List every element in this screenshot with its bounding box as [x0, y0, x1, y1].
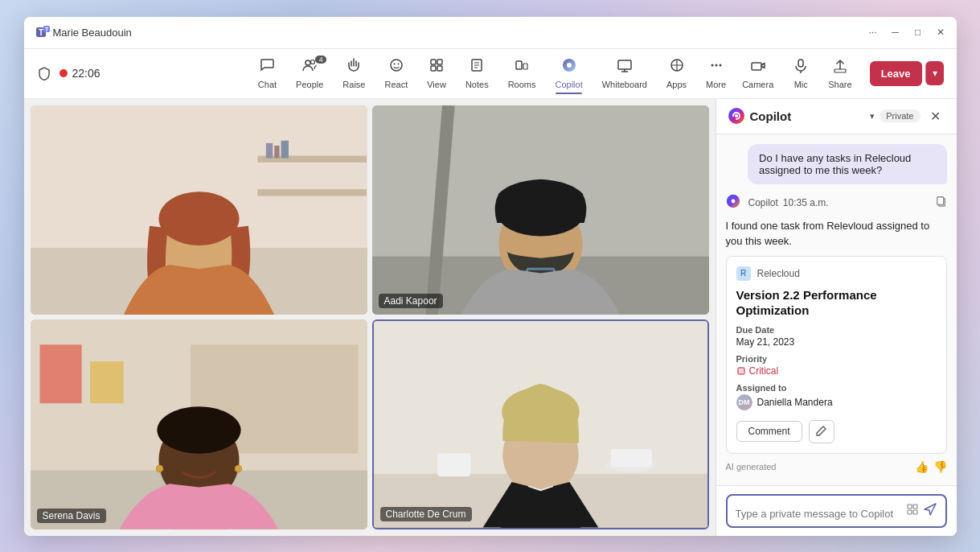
- toolbar-view[interactable]: View: [419, 54, 454, 93]
- svg-point-71: [502, 387, 579, 437]
- copy-icon[interactable]: [936, 196, 947, 209]
- participant-name-serena: Serena Davis: [37, 509, 106, 523]
- assigned-to-row: DM Daniella Mandera: [736, 394, 937, 410]
- svg-rect-66: [437, 453, 470, 476]
- copilot-panel: Copilot ▾ Private ✕ Do I have any tasks …: [716, 99, 957, 536]
- svg-point-60: [156, 465, 162, 472]
- copilot-response-logo: [726, 194, 744, 212]
- comment-button[interactable]: Comment: [736, 421, 802, 442]
- copilot-input-area: [726, 494, 947, 528]
- meeting-toolbar: 22:06 Chat 4 People Raise: [24, 49, 957, 99]
- more-label: More: [706, 80, 726, 89]
- svg-rect-20: [618, 60, 631, 69]
- toolbar-people[interactable]: 4 People: [288, 54, 331, 93]
- leave-button[interactable]: Leave: [870, 61, 922, 86]
- rooms-icon: [514, 57, 530, 77]
- whiteboard-icon: [617, 57, 633, 77]
- chat-icon: [259, 57, 275, 77]
- minimize-btn[interactable]: ─: [889, 26, 902, 39]
- relecloud-app-icon: R: [736, 266, 751, 281]
- priority-label: Priority: [736, 354, 937, 364]
- svg-point-28: [719, 64, 721, 67]
- more-options-btn[interactable]: ···: [867, 26, 880, 39]
- toolbar-chat[interactable]: Chat: [250, 54, 285, 93]
- toolbar-react[interactable]: React: [376, 54, 416, 93]
- camera-btn[interactable]: Camera: [734, 55, 781, 93]
- copilot-input-icons: [907, 502, 937, 520]
- whiteboard-label: Whiteboard: [602, 80, 647, 89]
- chat-label: Chat: [258, 80, 277, 89]
- toolbar-rooms[interactable]: Rooms: [500, 54, 544, 93]
- window-controls: ··· ─ □ ✕: [867, 26, 947, 39]
- copilot-close-btn[interactable]: ✕: [925, 107, 945, 126]
- svg-point-73: [735, 114, 738, 117]
- private-badge: Private: [880, 109, 920, 122]
- svg-rect-85: [913, 505, 917, 509]
- notes-label: Notes: [465, 80, 489, 89]
- svg-rect-9: [431, 60, 436, 64]
- svg-point-6: [391, 60, 402, 71]
- toolbar-whiteboard[interactable]: Whiteboard: [594, 54, 655, 93]
- recording-time: 22:06: [72, 67, 100, 80]
- share-icon: [832, 58, 848, 77]
- teams-logo: T T: [34, 23, 53, 42]
- thumbs-down-btn[interactable]: 👎: [933, 460, 947, 473]
- priority-value: Critical: [736, 365, 937, 377]
- svg-rect-12: [437, 66, 442, 71]
- svg-rect-86: [908, 510, 912, 514]
- svg-point-75: [731, 199, 735, 203]
- task-app-name: Relecloud: [757, 268, 800, 279]
- svg-rect-10: [437, 60, 442, 64]
- svg-rect-37: [265, 142, 272, 158]
- priority-text: Critical: [749, 365, 779, 377]
- shield-icon: [37, 66, 51, 80]
- thumbs-up-btn[interactable]: 👍: [915, 460, 929, 473]
- maximize-btn[interactable]: □: [912, 26, 925, 39]
- recording-dot: [59, 69, 68, 77]
- camera-icon: [750, 58, 766, 77]
- svg-point-59: [157, 406, 240, 453]
- toolbar-apps[interactable]: Apps: [658, 54, 695, 93]
- camera-label: Camera: [742, 80, 773, 89]
- rooms-label: Rooms: [508, 80, 536, 89]
- participant-video-1: [31, 105, 367, 315]
- toolbar-raise[interactable]: Raise: [334, 54, 373, 93]
- send-message-btn[interactable]: [923, 502, 937, 520]
- leave-dropdown-btn[interactable]: ▾: [925, 61, 944, 85]
- title-bar: T T Marie Beaudouin ··· ─ □ ✕: [24, 17, 957, 49]
- svg-text:T: T: [39, 28, 43, 37]
- assignee-avatar: DM: [736, 394, 752, 410]
- copilot-body: Do I have any tasks in Relecloud assigne…: [716, 134, 957, 485]
- table-grid-btn[interactable]: [907, 504, 918, 517]
- view-label: View: [427, 80, 446, 89]
- view-icon: [428, 57, 445, 77]
- close-btn[interactable]: ✕: [934, 26, 947, 39]
- share-btn[interactable]: Share: [820, 55, 859, 93]
- toolbar-notes[interactable]: Notes: [457, 54, 497, 93]
- raise-label: Raise: [342, 80, 365, 89]
- participant-video-3: [31, 319, 367, 529]
- svg-rect-32: [834, 69, 846, 72]
- due-date-label: Due Date: [736, 325, 937, 335]
- copilot-response-header: Copilot 10:35 a.m.: [726, 194, 947, 212]
- copilot-message-input[interactable]: [736, 508, 902, 520]
- participant-video-2: [372, 105, 709, 315]
- toolbar-copilot[interactable]: Copilot: [547, 54, 590, 93]
- svg-point-43: [158, 192, 239, 245]
- edit-button[interactable]: [809, 420, 834, 443]
- toolbar-more[interactable]: More: [698, 54, 734, 93]
- svg-rect-38: [274, 146, 279, 159]
- apps-label: Apps: [666, 80, 687, 89]
- svg-rect-35: [257, 155, 366, 162]
- svg-rect-65: [610, 449, 651, 468]
- apps-icon: [669, 57, 685, 77]
- copilot-response: Copilot 10:35 a.m. I found one task from…: [726, 194, 947, 473]
- people-label: People: [296, 80, 323, 89]
- mic-icon: [793, 58, 809, 77]
- copilot-chevron-icon[interactable]: ▾: [870, 111, 875, 122]
- mic-btn[interactable]: Mic: [785, 55, 817, 93]
- ai-generated-label: AI generated: [726, 462, 777, 472]
- copilot-panel-title: Copilot: [750, 109, 866, 123]
- copilot-response-name: Copilot: [748, 197, 778, 208]
- task-card: R Relecloud Version 2.2 Performance Opti…: [726, 256, 947, 454]
